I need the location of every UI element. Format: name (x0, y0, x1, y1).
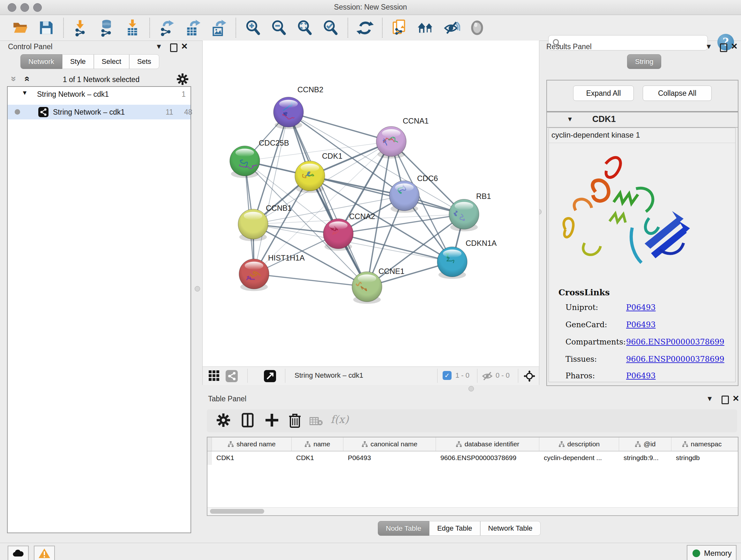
open-in-new-icon[interactable] (264, 370, 276, 382)
left-splitter-handle[interactable] (195, 286, 200, 292)
toolbar-separator (235, 18, 236, 38)
tab-network[interactable]: Network (20, 54, 62, 69)
crosslink-label: Compartments: (565, 337, 626, 347)
graph-edge-CCNB2-CCNA1[interactable] (288, 112, 391, 141)
new-network-from-selection-icon[interactable] (391, 19, 408, 37)
cytoscape-window: Session: New Session (0, 0, 741, 560)
eye-icon[interactable] (468, 19, 486, 37)
delete-column-icon[interactable] (287, 413, 302, 428)
collapse-all-networks-icon[interactable]: » (9, 76, 19, 82)
column-header-name[interactable]: name (292, 437, 343, 451)
network-row[interactable]: String Network – cdk1 11 48 (8, 105, 191, 119)
gear-icon[interactable] (216, 413, 231, 428)
warning-button[interactable] (34, 546, 55, 560)
apply-layout-icon[interactable] (356, 19, 374, 37)
import-table-file-icon[interactable] (124, 19, 141, 37)
zoom-fit-icon[interactable] (296, 19, 314, 37)
column-header-namespace[interactable]: namespac (671, 437, 732, 451)
column-header-description[interactable]: description (539, 437, 619, 451)
export-table-icon[interactable] (184, 19, 202, 37)
import-network-file-icon[interactable] (72, 19, 90, 37)
birdseye-crosshair-icon[interactable] (524, 370, 535, 382)
graph-edge-CDK1-RB1[interactable] (310, 176, 464, 214)
memory-button[interactable]: Memory (687, 545, 737, 560)
gene-header-row[interactable]: ▼ CDK1 (547, 112, 738, 128)
expand-all-networks-icon[interactable]: » (21, 76, 31, 82)
scrollbar-thumb[interactable] (210, 509, 264, 514)
column-header-database-identifier[interactable]: database identifier (436, 437, 539, 451)
cell-namespace[interactable]: stringdb (671, 451, 732, 465)
string-results-box: ▼ CDK1 cyclin-dependent kinase 1 (546, 111, 738, 386)
table-horizontal-scrollbar[interactable] (207, 507, 738, 515)
cell-name[interactable]: CDK1 (292, 451, 343, 465)
collection-name: String Network – cdk1 (37, 90, 109, 99)
gene-details: cyclin-dependent kinase 1 (549, 128, 736, 382)
cell-id[interactable]: stringdb:9... (619, 451, 671, 465)
zoom-out-icon[interactable] (270, 19, 288, 37)
network-canvas[interactable]: CCNB2CCNA1CDC25BCDK1CDC6RB1CCNB1CCNA2CDK… (202, 41, 539, 367)
crosslink-uniprot-link[interactable]: P06493 (626, 303, 656, 312)
current-network-dot (15, 109, 20, 115)
tab-select[interactable]: Select (94, 54, 129, 69)
network-collection-row[interactable]: ▼ String Network – cdk1 1 (8, 87, 191, 105)
show-hide-graphics-details-icon[interactable] (442, 19, 460, 37)
tab-network-table[interactable]: Network Table (480, 521, 541, 536)
open-session-icon[interactable] (11, 19, 29, 37)
crosslink-genecard-link[interactable]: P06493 (626, 320, 656, 329)
column-header-canonical-name[interactable]: canonical name (343, 437, 436, 451)
cell-description[interactable]: cyclin-dependent ... (539, 451, 619, 465)
hidden-eye-slash-icon[interactable] (482, 371, 493, 381)
share-view-icon[interactable] (226, 370, 238, 382)
cloud-button[interactable] (8, 546, 29, 560)
gene-description: cyclin-dependent kinase 1 (549, 128, 735, 143)
control-panel-menu-arrow[interactable]: ▼ (155, 43, 162, 51)
expand-all-button[interactable]: Expand All (573, 85, 634, 101)
table-panel-float-button[interactable] (722, 395, 729, 404)
zoom-in-icon[interactable] (244, 19, 262, 37)
gene-collapse-icon[interactable]: ▼ (567, 116, 573, 123)
tab-node-table[interactable]: Node Table (378, 521, 429, 536)
table-panel-title: Table Panel (208, 395, 246, 403)
crosslink-pharos-link[interactable]: P06493 (626, 371, 656, 380)
graph-node-label: CCNB1 (266, 204, 292, 212)
table-panel-menu-arrow[interactable]: ▼ (706, 395, 713, 403)
delete-table-icon[interactable] (310, 416, 323, 426)
graph-node-label: CCNA2 (349, 212, 375, 221)
show-column-panel-icon[interactable] (240, 413, 255, 428)
crosslink-tissues-link[interactable]: 9606.ENSP00000378699 (626, 355, 724, 364)
column-type-icon (305, 441, 311, 447)
selected-checkbox[interactable]: ✓ (443, 371, 452, 380)
tab-sets[interactable]: Sets (129, 54, 159, 69)
tab-string[interactable]: String (627, 54, 661, 69)
network-options-gear-icon[interactable] (176, 73, 189, 85)
tab-edge-table[interactable]: Edge Table (429, 521, 480, 536)
column-header-id[interactable]: @id (619, 437, 671, 451)
function-builder-icon[interactable]: f(x) (331, 413, 349, 426)
table-row[interactable]: CDK1 CDK1 P06493 9606.ENSP00000378699 cy… (207, 451, 738, 465)
import-network-database-icon[interactable] (98, 19, 116, 37)
export-image-icon[interactable] (210, 19, 227, 37)
results-panel-float-button[interactable] (720, 44, 727, 52)
collapse-all-button[interactable]: Collapse All (643, 85, 712, 101)
grid-view-icon[interactable] (208, 370, 220, 381)
add-column-icon[interactable] (264, 413, 280, 428)
results-panel-menu-arrow[interactable]: ▼ (705, 43, 712, 51)
cell-canonical-name[interactable]: P06493 (343, 451, 436, 465)
export-network-icon[interactable] (158, 19, 176, 37)
results-panel-close-button[interactable]: ✕ (731, 42, 738, 51)
control-panel-float-button[interactable] (170, 44, 178, 52)
zoom-selected-icon[interactable] (322, 19, 340, 37)
collection-expand-icon[interactable]: ▼ (22, 89, 28, 97)
save-session-icon[interactable] (37, 19, 55, 37)
tab-style[interactable]: Style (62, 54, 94, 69)
cell-database-identifier[interactable]: 9606.ENSP00000378699 (436, 451, 539, 465)
graph-edge-CCNB2-HIST1H1A[interactable] (254, 112, 288, 274)
graph-edge-HIST1H1A-CCNE1[interactable] (254, 274, 367, 287)
bottom-splitter-handle[interactable] (468, 386, 474, 391)
control-panel-close-button[interactable]: ✕ (181, 42, 188, 51)
crosslink-compartments-link[interactable]: 9606.ENSP00000378699 (626, 337, 724, 347)
first-neighbors-icon[interactable] (416, 19, 434, 37)
cell-shared-name[interactable]: CDK1 (212, 451, 292, 465)
table-panel-close-button[interactable]: ✕ (732, 394, 739, 403)
column-header-shared-name[interactable]: shared name (212, 437, 292, 451)
